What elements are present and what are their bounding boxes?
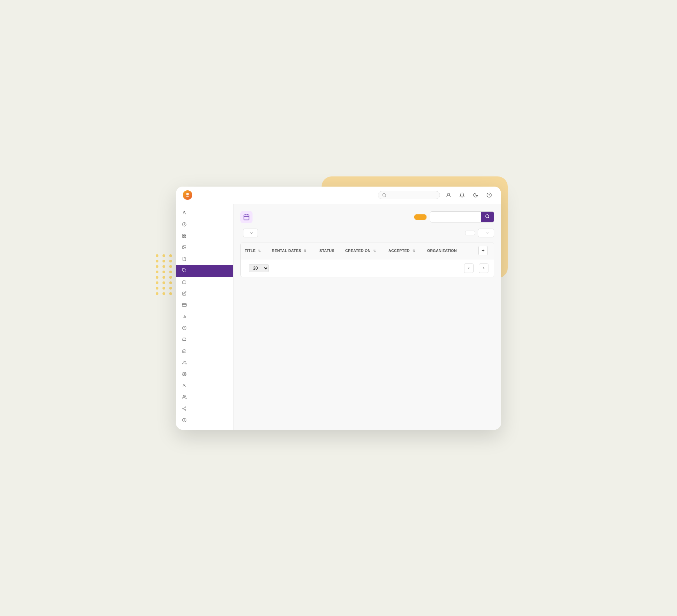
- rentals-table: TITLE ⇅ RENTAL DATES ⇅ STATUS CREATED ON…: [241, 242, 494, 259]
- svg-point-21: [183, 361, 184, 362]
- main-layout: TITLE ⇅ RENTAL DATES ⇅ STATUS CREATED ON…: [176, 204, 501, 430]
- page-title-icon: [240, 211, 253, 223]
- sidebar-item-rentals[interactable]: [176, 265, 233, 277]
- app-card: TITLE ⇅ RENTAL DATES ⇅ STATUS CREATED ON…: [176, 187, 501, 430]
- svg-rect-8: [184, 234, 186, 235]
- svg-point-22: [183, 373, 184, 374]
- search-input[interactable]: [430, 212, 481, 222]
- lodging-icon: [181, 349, 187, 354]
- dark-mode-icon[interactable]: [471, 190, 481, 200]
- svg-rect-9: [184, 236, 186, 237]
- sidebar-item-lodging[interactable]: [176, 346, 233, 357]
- rows-per-page-select[interactable]: 10 20 50 100: [249, 264, 269, 272]
- table-footer: 10 20 50 100: [241, 259, 494, 277]
- profile-icon[interactable]: [443, 190, 454, 200]
- sidebar-item-finance[interactable]: [176, 219, 233, 231]
- sidebar-item-payouts[interactable]: [176, 415, 233, 426]
- sidebar-item-settings[interactable]: [176, 369, 233, 380]
- svg-point-0: [186, 193, 189, 195]
- sidebar-item-registrations[interactable]: [176, 288, 233, 300]
- sidebar: [176, 204, 234, 430]
- page-wrapper: // Generate dots const dotsContainer = d…: [176, 187, 501, 430]
- notifications-icon[interactable]: [457, 190, 467, 200]
- col-accepted[interactable]: ACCEPTED ⇅: [384, 242, 423, 259]
- sidebar-item-questions[interactable]: [176, 323, 233, 334]
- logo-icon: [183, 190, 192, 200]
- col-title[interactable]: TITLE ⇅: [241, 242, 268, 259]
- reports-icon: [181, 314, 187, 320]
- svg-point-26: [182, 408, 183, 409]
- search-registrations-input[interactable]: [388, 193, 436, 197]
- svg-point-2: [447, 193, 449, 195]
- sidebar-item-media[interactable]: [176, 242, 233, 254]
- svg-point-5: [183, 211, 185, 213]
- sidebar-item-account[interactable]: [176, 380, 233, 392]
- page-title-group: [240, 211, 256, 223]
- sidebar-item-programs[interactable]: [176, 254, 233, 265]
- questions-icon: [181, 326, 187, 331]
- svg-point-27: [185, 409, 186, 410]
- main-content: TITLE ⇅ RENTAL DATES ⇅ STATUS CREATED ON…: [234, 204, 501, 430]
- svg-point-35: [486, 215, 489, 218]
- svg-point-24: [183, 395, 184, 397]
- filters-button[interactable]: [465, 231, 475, 235]
- team-members-icon: [181, 395, 187, 400]
- sidebar-item-people[interactable]: [176, 357, 233, 369]
- sort-icon-title: ⇅: [258, 249, 261, 253]
- prev-page-button[interactable]: [464, 263, 474, 273]
- site-integration-icon: [181, 406, 187, 412]
- svg-point-12: [183, 246, 184, 247]
- col-rental-dates[interactable]: RENTAL DATES ⇅: [268, 242, 315, 259]
- media-icon: [181, 245, 187, 251]
- header-actions: [414, 211, 494, 222]
- people-icon: [181, 360, 187, 366]
- sort-icon-accepted: ⇅: [412, 249, 415, 253]
- next-page-button[interactable]: [479, 263, 488, 273]
- logo: [183, 190, 195, 200]
- topbar-right: [378, 190, 494, 200]
- col-status: STATUS: [315, 242, 341, 259]
- chevron-down-icon: [249, 231, 254, 235]
- account-icon: [181, 383, 187, 389]
- dashboard-icon: [181, 234, 187, 239]
- sidebar-item-reports[interactable]: [176, 311, 233, 323]
- rentals-icon: [181, 268, 187, 274]
- view-selector: [240, 229, 258, 237]
- table-actions-button[interactable]: [478, 229, 494, 237]
- svg-point-1: [383, 194, 386, 196]
- sidebar-item-team-members[interactable]: [176, 392, 233, 403]
- sidebar-item-dashboard[interactable]: [176, 231, 233, 242]
- add-new-button[interactable]: [414, 214, 427, 220]
- sidebar-item-transactions[interactable]: [176, 300, 233, 311]
- search-box[interactable]: [430, 211, 494, 222]
- sort-icon-created: ⇅: [373, 249, 376, 253]
- customers-icon: [181, 211, 187, 216]
- help-icon[interactable]: [484, 190, 494, 200]
- rows-per-page: 10 20 50 100: [246, 264, 269, 272]
- payouts-icon: [181, 418, 187, 423]
- search-registrations[interactable]: [378, 191, 440, 199]
- sidebar-item-site-integration[interactable]: [176, 403, 233, 415]
- svg-rect-10: [182, 236, 184, 237]
- toolbar-right: [465, 229, 494, 237]
- view-dropdown[interactable]: [243, 229, 258, 237]
- sidebar-item-rooms[interactable]: [176, 334, 233, 346]
- venues-icon: [181, 280, 187, 285]
- svg-point-23: [183, 384, 185, 385]
- svg-rect-7: [182, 234, 184, 235]
- sidebar-item-venues[interactable]: [176, 277, 233, 288]
- sidebar-item-customers[interactable]: [176, 208, 233, 219]
- search-submit-button[interactable]: [481, 212, 494, 222]
- col-add: +: [474, 242, 494, 259]
- finance-icon: [181, 222, 187, 228]
- add-column-button[interactable]: +: [478, 246, 488, 255]
- col-organization: ORGANIZATION: [423, 242, 465, 259]
- svg-rect-31: [244, 215, 249, 220]
- svg-rect-14: [182, 303, 186, 306]
- svg-line-28: [183, 409, 185, 409]
- svg-point-25: [185, 407, 186, 408]
- table-actions-chevron-icon: [485, 231, 489, 235]
- pagination: [461, 263, 488, 273]
- col-created-on[interactable]: CREATED ON ⇅: [341, 242, 385, 259]
- page-header: [240, 211, 494, 223]
